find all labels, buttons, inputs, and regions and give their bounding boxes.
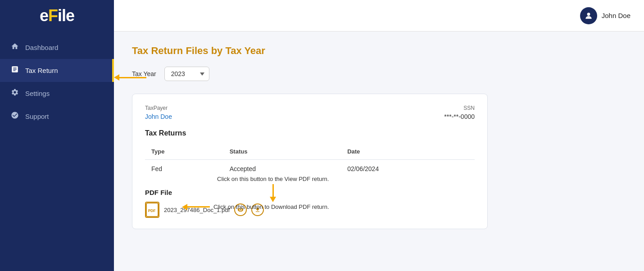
sidebar-label-settings: Settings xyxy=(25,90,50,97)
user-profile[interactable]: John Doe xyxy=(580,7,630,24)
pdf-filename: 2023_297486_Doc_1.pdf xyxy=(164,207,230,213)
ssn-value: ***-**-0000 xyxy=(444,113,475,120)
home-icon xyxy=(11,42,19,53)
settings-icon xyxy=(11,88,19,99)
tax-return-card: TaxPayer John Doe SSN ***-**-0000 Tax Re… xyxy=(132,94,488,229)
pdf-file-row: PDF 2023_297486_Doc_1.pdf xyxy=(145,202,475,218)
row-date: 02/06/2024 xyxy=(341,160,475,178)
col-date: Date xyxy=(341,144,475,160)
table-row: Fed Accepted 02/06/2024 xyxy=(145,160,475,178)
tax-returns-title: Tax Returns xyxy=(145,129,475,137)
page-title: Tax Return Files by Tax Year xyxy=(132,45,626,57)
returns-table: Type Status Date Fed Accepted 02/06/2024 xyxy=(145,144,475,178)
sidebar-item-dashboard[interactable]: Dashboard xyxy=(0,36,114,59)
sidebar-label-dashboard: Dashboard xyxy=(25,44,58,51)
pdf-annotations-container: Click on this button to the View PDF ret… xyxy=(145,202,475,218)
sidebar-item-tax-return[interactable]: Tax Return xyxy=(0,59,114,82)
row-status: Accepted xyxy=(223,160,341,178)
layout: Dashboard Tax Return Settings Support Ta… xyxy=(0,32,644,271)
card-header: TaxPayer John Doe SSN ***-**-0000 xyxy=(145,105,475,120)
svg-point-0 xyxy=(587,13,590,16)
pdf-file-icon: PDF xyxy=(145,202,159,218)
sidebar: Dashboard Tax Return Settings Support xyxy=(0,32,114,271)
download-pdf-button[interactable] xyxy=(251,203,264,216)
col-type: Type xyxy=(145,144,223,160)
header: eFile John Doe xyxy=(0,0,644,32)
taxpayer-value: John Doe xyxy=(145,113,172,120)
logo: eFile xyxy=(40,6,74,25)
logo-area: eFile xyxy=(0,0,114,32)
sidebar-item-support[interactable]: Support xyxy=(0,105,114,128)
taxpayer-field: TaxPayer John Doe xyxy=(145,105,172,120)
avatar xyxy=(580,7,597,24)
ssn-label: SSN xyxy=(444,105,475,111)
tax-year-label: Tax Year xyxy=(132,70,156,77)
support-icon xyxy=(11,111,19,122)
tax-year-select[interactable]: 2023 2022 2021 2020 xyxy=(164,67,209,81)
view-pdf-button[interactable] xyxy=(234,203,247,216)
pdf-section-title: PDF File xyxy=(145,189,475,196)
ssn-field: SSN ***-**-0000 xyxy=(444,105,475,120)
taxpayer-label: TaxPayer xyxy=(145,105,172,111)
col-status: Status xyxy=(223,144,341,160)
row-type: Fed xyxy=(145,160,223,178)
main-content: Tax Return Files by Tax Year Tax Year 20… xyxy=(114,32,644,271)
download-annotation-text: Click on this button to Download PDF ret… xyxy=(213,203,329,210)
sidebar-label-tax-return: Tax Return xyxy=(25,67,58,74)
tax-return-icon xyxy=(11,65,19,76)
sidebar-item-settings[interactable]: Settings xyxy=(0,82,114,105)
sidebar-label-support: Support xyxy=(25,113,49,120)
tax-year-row: Tax Year 2023 2022 2021 2020 xyxy=(132,67,626,81)
svg-text:PDF: PDF xyxy=(148,208,156,213)
user-name: John Doe xyxy=(602,12,630,19)
